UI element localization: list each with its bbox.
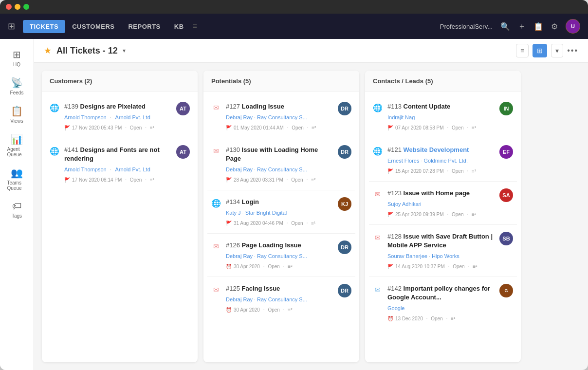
sidebar-item-tags[interactable]: 🏷 Tags: [3, 197, 31, 222]
sidebar-item-hq[interactable]: ⊞ HQ: [3, 45, 31, 71]
ticket-127-date: 01 May 2020 01:44 AM: [234, 125, 284, 130]
ticket-126-assignee[interactable]: Debraj Ray: [226, 253, 253, 259]
ticket-123-assignee[interactable]: Sujoy Adhikari: [387, 201, 422, 207]
ticket-142-count: ≡¹: [451, 316, 455, 321]
ticket-128-company[interactable]: Hipo Works: [432, 253, 459, 259]
nav-tickets[interactable]: TICKETS: [23, 20, 65, 33]
ticket-130-company[interactable]: Ray Consultancy S...: [257, 166, 307, 172]
favorite-star-icon[interactable]: ★: [44, 45, 52, 56]
app-window: ⊞ TICKETS CUSTOMERS REPORTS KB ≡ Profess…: [0, 0, 588, 370]
ticket-130-assignee[interactable]: Debraj Ray: [226, 166, 253, 172]
ticket-130-date: 28 Aug 2020 03:31 PM: [234, 177, 283, 183]
email-out-icon: ✉: [213, 286, 219, 294]
ticket-134-status: Open: [291, 221, 303, 226]
ticket-134-assignee[interactable]: Katy J: [226, 210, 241, 216]
ticket-142-avatar: G: [499, 284, 513, 297]
ticket-121-assignee[interactable]: Ernest Flores: [387, 158, 419, 164]
ticket-113-avatar: IN: [499, 102, 513, 115]
ticket-127[interactable]: ✉ #127 Loading Issue Debraj Ray·Ray Cons…: [207, 96, 355, 138]
view-dropdown-button[interactable]: ▾: [551, 44, 563, 57]
ticket-134-company[interactable]: Star Bright Digital: [245, 210, 287, 216]
ticket-141-assignee[interactable]: Arnold Thompson: [64, 166, 107, 172]
ticket-121-avatar: EF: [499, 145, 513, 159]
ticket-139-assignee[interactable]: Arnold Thompson: [64, 114, 107, 120]
hq-icon: ⊞: [13, 49, 21, 60]
grid-icon[interactable]: ⊞: [8, 21, 15, 32]
email-out-icon: ✉: [375, 190, 381, 198]
ticket-139-icon: 🌐: [50, 103, 59, 112]
sidebar-agentqueue-label: Agent Queue: [7, 147, 27, 157]
ticket-127-avatar: DR: [338, 102, 351, 115]
ticket-139-title: Designs are Pixelated: [80, 103, 146, 110]
email-out-icon: ✉: [213, 104, 219, 111]
ticket-128-assignee[interactable]: Sourav Banerjee: [387, 253, 427, 259]
globe-icon: 🌐: [50, 103, 59, 112]
close-button[interactable]: [6, 4, 12, 10]
nav-reports[interactable]: REPORTS: [121, 20, 167, 33]
minimize-button[interactable]: [15, 4, 20, 10]
notifications-icon[interactable]: 📋: [533, 22, 543, 31]
ticket-113[interactable]: 🌐 #113 Content Update Indrajit Nag 🚩 07 …: [369, 96, 517, 138]
ticket-123[interactable]: ✉ #123 Issue with Home page Sujoy Adhika…: [369, 183, 517, 225]
ticket-125-company[interactable]: Ray Consultancy S...: [257, 296, 307, 302]
ticket-139-avatar: AT: [176, 102, 190, 115]
ticket-113-assignee[interactable]: Indrajit Nag: [387, 114, 415, 120]
add-icon[interactable]: ＋: [518, 21, 526, 32]
navbar-right: ProfessionalServ... 🔍 ＋ 📋 ⚙ U: [440, 19, 580, 34]
ticket-134[interactable]: 🌐 #134 Login Katy J·Star Bright Digital …: [207, 191, 355, 234]
nav-customers[interactable]: CUSTOMERS: [65, 20, 121, 33]
ticket-141-company[interactable]: Arnold Pvt. Ltd: [115, 166, 150, 172]
ticket-141-info: 🚩 17 Nov 2020 08:14 PM · Open · ≡¹: [64, 175, 171, 184]
ticket-121-date: 15 Apr 2020 07:28 PM: [395, 168, 444, 174]
ticket-121[interactable]: 🌐 #121 Website Development Ernest Flores…: [369, 139, 517, 182]
nav-kb[interactable]: KB: [167, 20, 191, 33]
column-potentials-header: Potentials (5): [203, 71, 359, 92]
sidebar-teamsqueue-label: Teams Queue: [7, 180, 27, 191]
ticket-141-date: 17 Nov 2020 08:14 PM: [72, 177, 122, 183]
more-options-button[interactable]: •••: [567, 46, 578, 55]
ticket-139-status: Open: [130, 125, 142, 130]
ticket-126-company[interactable]: Ray Consultancy S...: [257, 253, 307, 259]
ticket-126-count: ≡²: [288, 264, 292, 269]
ticket-128-icon: ✉: [373, 233, 383, 242]
ticket-142[interactable]: ✉ #142 Important policy changes for Goog…: [369, 278, 517, 329]
ticket-125[interactable]: ✉ #125 Facing Issue Debraj Ray·Ray Consu…: [207, 278, 355, 320]
sidebar-item-views[interactable]: 📋 Views: [3, 101, 31, 128]
ticket-142-assignee[interactable]: Google: [387, 305, 404, 311]
ticket-127-assignee[interactable]: Debraj Ray: [226, 114, 253, 120]
ticket-126[interactable]: ✉ #126 Page Loading Issue Debraj Ray·Ray…: [207, 235, 355, 277]
column-contacts-leads-header: Contacts / Leads (5): [365, 71, 521, 92]
sidebar-item-feeds[interactable]: 📡 Feeds: [3, 73, 31, 99]
list-view-button[interactable]: ≡: [516, 44, 529, 57]
ticket-126-date: 30 Apr 2020: [234, 264, 260, 269]
search-icon[interactable]: 🔍: [500, 22, 510, 31]
title-dropdown-icon[interactable]: ▾: [123, 47, 126, 54]
ticket-125-content: #125 Facing Issue Debraj Ray·Ray Consult…: [226, 284, 333, 314]
ticket-130[interactable]: ✉ #130 Issue with Loading Home Page Debr…: [207, 139, 355, 190]
ticket-139-company[interactable]: Arnold Pvt. Ltd: [115, 114, 150, 120]
ticket-128[interactable]: ✉ #128 Issue with Save Draft Button | Mo…: [369, 226, 517, 277]
email-out-icon: ✉: [375, 234, 381, 241]
ticket-113-count: ≡¹: [472, 125, 476, 130]
ticket-141[interactable]: 🌐 #141 Designs and Fonts are not renderi…: [46, 139, 194, 190]
ticket-123-flag: 🚩: [387, 212, 393, 217]
ticket-128-flag: 🚩: [387, 264, 393, 269]
sidebar-item-agent-queue[interactable]: 📊 Agent Queue: [3, 130, 31, 161]
ticket-128-content: #128 Issue with Save Draft Button | Mobi…: [387, 232, 495, 271]
sidebar-item-teams-queue[interactable]: 👥 Teams Queue: [3, 163, 31, 195]
ticket-125-assignee[interactable]: Debraj Ray: [226, 296, 253, 302]
ticket-127-count: ≡²: [312, 125, 316, 130]
ticket-127-company[interactable]: Ray Consultancy S...: [257, 114, 307, 120]
settings-icon[interactable]: ⚙: [551, 22, 558, 31]
maximize-button[interactable]: [23, 4, 29, 10]
kanban-view-button[interactable]: ⊞: [533, 44, 547, 57]
column-contacts-leads-body: 🌐 #113 Content Update Indrajit Nag 🚩 07 …: [365, 92, 521, 362]
ticket-113-id: #113: [387, 103, 404, 110]
ticket-142-id: #142: [387, 285, 404, 292]
user-avatar[interactable]: U: [566, 19, 580, 34]
ticket-121-company[interactable]: Goldmine Pvt. Ltd.: [423, 158, 468, 164]
ticket-139[interactable]: 🌐 #139 Designs are Pixelated Arnold Thom…: [46, 96, 194, 138]
column-potentials: Potentials (5) ✉ #127 Loading Issue Debr…: [203, 71, 359, 362]
view-controls: ≡ ⊞ ▾ •••: [516, 44, 578, 57]
ticket-139-id: #139: [64, 103, 80, 110]
